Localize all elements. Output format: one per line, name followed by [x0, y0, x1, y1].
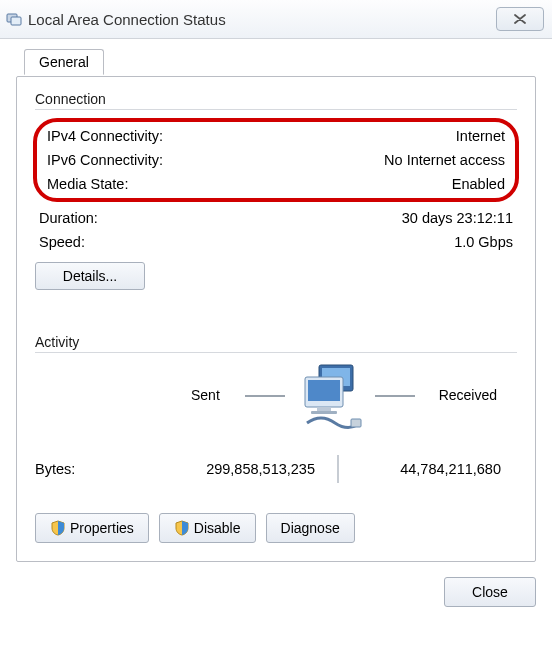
- row-media-state: Media State: Enabled: [43, 172, 509, 196]
- bytes-received-value: 44,784,211,680: [373, 461, 517, 477]
- speed-value: 1.0 Gbps: [454, 234, 513, 250]
- close-button[interactable]: Close: [444, 577, 536, 607]
- activity-diagram: Sent: [35, 361, 517, 451]
- row-ipv4: IPv4 Connectivity: Internet: [43, 124, 509, 148]
- media-state-label: Media State:: [47, 176, 128, 192]
- window-title: Local Area Connection Status: [28, 11, 226, 28]
- action-button-row: Properties Disable Diagnose: [35, 513, 517, 543]
- divider: [35, 109, 517, 110]
- row-bytes: Bytes: 299,858,513,235 44,784,211,680: [35, 455, 517, 483]
- dialog-footer: Close: [16, 577, 536, 607]
- disable-button[interactable]: Disable: [159, 513, 256, 543]
- shield-icon: [50, 520, 66, 536]
- received-label: Received: [439, 387, 497, 403]
- shield-icon: [174, 520, 190, 536]
- speed-label: Speed:: [39, 234, 85, 250]
- row-speed: Speed: 1.0 Gbps: [35, 230, 517, 254]
- ipv4-value: Internet: [456, 128, 505, 144]
- title-bar-left: Local Area Connection Status: [6, 11, 226, 28]
- ipv6-value: No Internet access: [384, 152, 505, 168]
- ipv6-label: IPv6 Connectivity:: [47, 152, 163, 168]
- activity-heading: Activity: [35, 334, 517, 350]
- computers-icon: [299, 363, 363, 435]
- bytes-sent-value: 299,858,513,235: [155, 461, 315, 477]
- svg-rect-8: [351, 419, 361, 427]
- duration-label: Duration:: [39, 210, 98, 226]
- svg-rect-1: [11, 17, 21, 25]
- svg-rect-6: [317, 407, 331, 411]
- diagnose-label: Diagnose: [281, 520, 340, 536]
- received-connector: [375, 395, 415, 397]
- group-connection: Connection IPv4 Connectivity: Internet I…: [35, 91, 517, 290]
- bytes-separator: [337, 455, 339, 483]
- duration-value: 30 days 23:12:11: [402, 210, 513, 226]
- disable-label: Disable: [194, 520, 241, 536]
- group-activity: Activity Sent: [35, 334, 517, 483]
- details-button[interactable]: Details...: [35, 262, 145, 290]
- properties-label: Properties: [70, 520, 134, 536]
- sent-connector: [245, 395, 285, 397]
- row-ipv6: IPv6 Connectivity: No Internet access: [43, 148, 509, 172]
- sent-label: Sent: [191, 387, 220, 403]
- tab-general[interactable]: General: [24, 49, 104, 75]
- tab-region: General Connection IPv4 Connectivity: In…: [16, 49, 536, 535]
- bytes-label: Bytes:: [35, 461, 155, 477]
- svg-rect-7: [311, 411, 337, 414]
- diagnose-button[interactable]: Diagnose: [266, 513, 355, 543]
- divider: [35, 352, 517, 353]
- title-bar: Local Area Connection Status: [0, 0, 552, 39]
- highlight-annotation: IPv4 Connectivity: Internet IPv6 Connect…: [33, 118, 519, 202]
- media-state-value: Enabled: [452, 176, 505, 192]
- tab-pane-general: Connection IPv4 Connectivity: Internet I…: [16, 76, 536, 562]
- dialog-body: General Connection IPv4 Connectivity: In…: [0, 39, 552, 621]
- connection-heading: Connection: [35, 91, 517, 107]
- row-duration: Duration: 30 days 23:12:11: [35, 206, 517, 230]
- window-icon: [6, 11, 22, 27]
- ipv4-label: IPv4 Connectivity:: [47, 128, 163, 144]
- close-label: Close: [472, 584, 508, 600]
- window-close-button[interactable]: [496, 7, 544, 31]
- svg-rect-5: [308, 380, 340, 401]
- properties-button[interactable]: Properties: [35, 513, 149, 543]
